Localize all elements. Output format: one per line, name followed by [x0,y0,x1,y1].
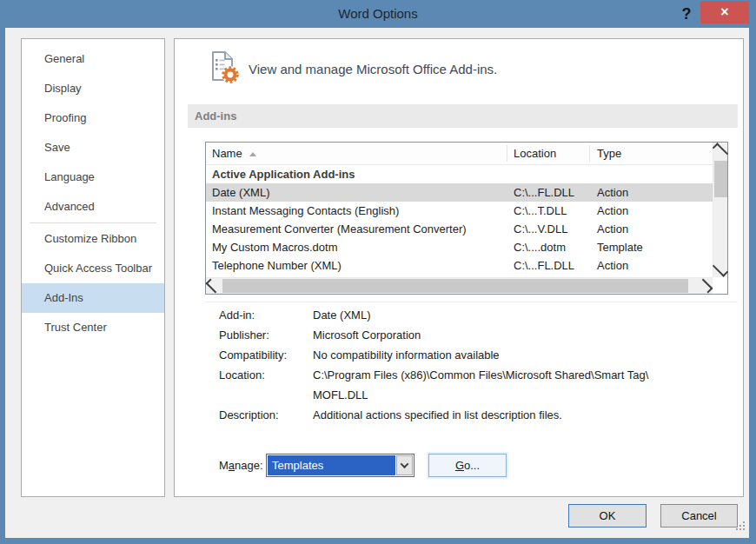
addins-page-gear-icon [207,50,240,87]
cell-type: Action [597,256,628,275]
table-body: Active Application Add-ins Date (XML) C:… [206,165,713,275]
detail-label: Description: [205,405,313,425]
section-header-addins: Add-ins [188,104,738,128]
scroll-up-button[interactable] [713,143,727,156]
cell-name: My Custom Macros.dotm [212,238,337,256]
window-title: Word Options [0,0,756,28]
sidebar-item-proofing[interactable]: Proofing [22,103,164,133]
sidebar: General Display Proofing Save Language A… [21,38,165,497]
chevron-right-icon [699,279,713,294]
sidebar-item-advanced[interactable]: Advanced [22,192,164,222]
sidebar-item-general[interactable]: General [22,44,164,74]
resize-grip-dots [736,528,738,530]
cell-location: C:\...FL.DLL [514,256,574,275]
cell-location: C:\....dotm [514,238,566,256]
cancel-button[interactable]: Cancel [660,504,738,527]
chevron-down-icon [401,460,409,468]
ok-button[interactable]: OK [568,504,647,527]
cell-location: C:\...FL.DLL [514,183,574,202]
sidebar-item-trust-center[interactable]: Trust Center [22,313,164,342]
cell-type: Template [597,238,643,256]
cell-name: Date (XML) [212,183,269,202]
addins-table: Name Location Type Active Application Ad… [205,142,728,295]
close-button[interactable]: × [700,1,749,23]
cell-name: Instant Messaging Contacts (English) [212,202,399,220]
scroll-right-button[interactable] [699,278,713,294]
chevron-left-icon [206,279,221,294]
page-description: View and manage Microsoft Office Add-ins… [249,62,497,76]
vertical-scrollbar[interactable] [713,143,727,277]
help-icon: ? [682,5,692,23]
detail-label: Location: [205,365,313,405]
cell-location: C:\...T.DLL [514,202,567,220]
word-options-dialog: Word Options ? × General Display Proofin… [0,0,756,544]
go-button-text: o... [464,459,480,472]
manage-label-accel: a [229,459,235,472]
cell-type: Action [597,183,628,202]
detail-value: Microsoft Corporation [313,325,735,345]
vertical-scroll-thumb[interactable] [714,161,727,197]
column-header-name-label: Name [212,147,242,160]
page-header: View and manage Microsoft Office Add-ins… [207,50,497,87]
help-button[interactable]: ? [674,3,699,25]
table-header: Name Location Type [206,143,713,165]
table-row[interactable]: Telephone Number (XML) C:\...FL.DLL Acti… [206,256,713,275]
cell-location: C:\...V.DLL [514,220,567,238]
column-header-type[interactable]: Type [597,143,621,164]
table-row[interactable]: Measurement Converter (Measurement Conve… [206,220,713,238]
sidebar-item-display[interactable]: Display [22,74,164,103]
detail-row: Compatibility: No compatibility informat… [205,345,735,365]
manage-label-text: nage: [235,459,263,472]
cell-name: Measurement Converter (Measurement Conve… [212,220,467,238]
dropdown-arrow-button[interactable] [396,455,413,475]
chevron-down-icon [713,261,728,276]
column-separator [507,145,507,162]
go-button[interactable]: Go... [428,454,507,477]
detail-value: Date (XML) [313,305,735,325]
manage-dropdown[interactable]: Templates [266,454,414,477]
column-header-location[interactable]: Location [514,143,556,164]
resize-grip[interactable] [735,520,747,532]
cell-name: Telephone Number (XML) [212,256,342,275]
detail-label: Publisher: [205,325,313,345]
detail-row: Location: C:\Program Files (x86)\Common … [205,365,735,405]
detail-value: C:\Program Files (x86)\Common Files\Micr… [313,365,735,405]
close-icon: × [720,4,728,19]
sort-ascending-icon [249,152,256,156]
table-group-header: Active Application Add-ins [206,165,713,183]
sidebar-item-save[interactable]: Save [22,133,164,163]
sidebar-item-language[interactable]: Language [22,163,164,192]
sidebar-divider [30,222,156,223]
scrollbar-corner [713,277,727,294]
detail-value: No compatibility information available [313,345,735,365]
cell-type: Action [597,220,628,238]
dropdown-selected-value: Templates [268,455,395,475]
go-button-accel: G [455,459,464,472]
manage-label-text: M [219,459,229,472]
addin-details: Add-in: Date (XML) Publisher: Microsoft … [205,305,735,425]
detail-row: Add-in: Date (XML) [205,305,735,325]
cell-type: Action [597,202,628,220]
detail-label: Add-in: [205,305,313,325]
manage-label: Manage: [219,454,263,477]
scroll-down-button[interactable] [713,263,727,277]
horizontal-scroll-thumb[interactable] [222,279,688,293]
titlebar: Word Options ? × [0,0,756,28]
detail-label: Compatibility: [205,345,313,365]
column-header-name[interactable]: Name [212,143,256,164]
detail-value: Additional actions specified in list des… [313,405,735,425]
sidebar-item-add-ins[interactable]: Add-Ins [22,283,164,313]
table-row[interactable]: Date (XML) C:\...FL.DLL Action [206,183,713,202]
table-row[interactable]: Instant Messaging Contacts (English) C:\… [206,202,713,220]
detail-row: Description: Additional actions specifie… [205,405,735,425]
table-row[interactable]: My Custom Macros.dotm C:\....dotm Templa… [206,238,713,256]
details-divider [205,302,738,302]
column-separator [589,145,590,162]
detail-row: Publisher: Microsoft Corporation [205,325,735,345]
horizontal-scrollbar[interactable] [206,277,713,294]
chevron-up-icon [713,143,728,158]
scroll-left-button[interactable] [206,278,220,294]
sidebar-item-customize-ribbon[interactable]: Customize Ribbon [22,224,164,254]
sidebar-item-quick-access-toolbar[interactable]: Quick Access Toolbar [22,254,164,283]
